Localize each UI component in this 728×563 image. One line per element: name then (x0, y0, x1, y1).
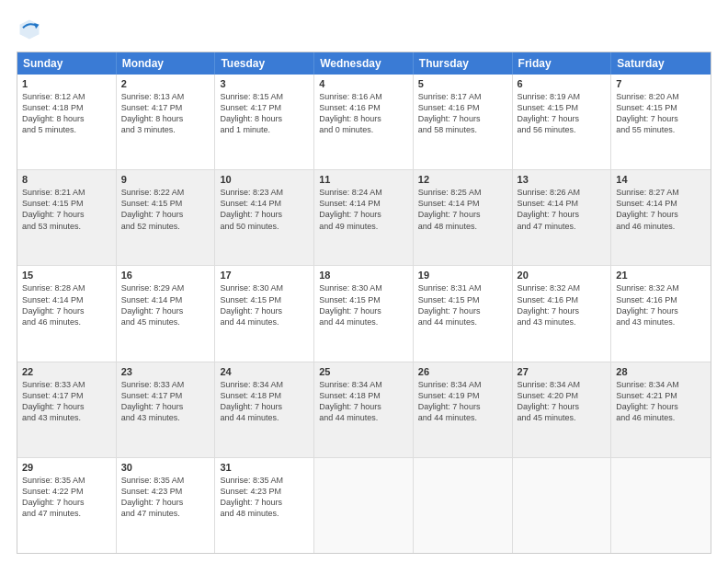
header-day-sunday: Sunday (17, 52, 117, 75)
calendar-row-3: 15Sunrise: 8:28 AM Sunset: 4:14 PM Dayli… (17, 265, 711, 361)
empty-cell-4-6 (611, 458, 711, 553)
day-cell-21: 21Sunrise: 8:32 AM Sunset: 4:16 PM Dayli… (611, 266, 711, 361)
day-number: 31 (220, 462, 309, 473)
day-info: Sunrise: 8:13 AM Sunset: 4:17 PM Dayligh… (121, 91, 210, 136)
day-cell-7: 7Sunrise: 8:20 AM Sunset: 4:15 PM Daylig… (611, 75, 711, 169)
day-info: Sunrise: 8:19 AM Sunset: 4:15 PM Dayligh… (518, 91, 607, 136)
day-info: Sunrise: 8:17 AM Sunset: 4:16 PM Dayligh… (418, 91, 507, 136)
day-number: 20 (518, 270, 607, 281)
header-day-friday: Friday (513, 52, 612, 75)
day-cell-13: 13Sunrise: 8:26 AM Sunset: 4:14 PM Dayli… (513, 170, 612, 265)
day-number: 10 (220, 174, 309, 185)
day-info: Sunrise: 8:34 AM Sunset: 4:20 PM Dayligh… (518, 379, 607, 424)
day-info: Sunrise: 8:29 AM Sunset: 4:14 PM Dayligh… (121, 282, 210, 327)
day-number: 27 (518, 366, 607, 377)
day-number: 8 (22, 174, 111, 185)
day-number: 30 (121, 462, 210, 473)
day-info: Sunrise: 8:34 AM Sunset: 4:18 PM Dayligh… (220, 379, 309, 424)
day-number: 9 (121, 174, 210, 185)
day-cell-1: 1Sunrise: 8:12 AM Sunset: 4:18 PM Daylig… (17, 75, 117, 169)
day-number: 13 (518, 174, 607, 185)
day-number: 7 (616, 78, 706, 89)
empty-cell-4-4 (414, 458, 513, 553)
calendar-row-5: 29Sunrise: 8:35 AM Sunset: 4:22 PM Dayli… (17, 457, 711, 553)
day-number: 23 (121, 366, 210, 377)
day-cell-14: 14Sunrise: 8:27 AM Sunset: 4:14 PM Dayli… (611, 170, 711, 265)
day-info: Sunrise: 8:35 AM Sunset: 4:23 PM Dayligh… (220, 475, 309, 520)
day-number: 26 (418, 366, 507, 377)
day-cell-11: 11Sunrise: 8:24 AM Sunset: 4:14 PM Dayli… (314, 170, 414, 265)
day-number: 4 (319, 78, 408, 89)
day-info: Sunrise: 8:31 AM Sunset: 4:15 PM Dayligh… (418, 282, 507, 327)
day-info: Sunrise: 8:26 AM Sunset: 4:14 PM Dayligh… (518, 187, 607, 232)
day-cell-9: 9Sunrise: 8:22 AM Sunset: 4:15 PM Daylig… (117, 170, 216, 265)
day-number: 25 (319, 366, 408, 377)
day-number: 17 (220, 270, 309, 281)
day-info: Sunrise: 8:34 AM Sunset: 4:21 PM Dayligh… (616, 379, 706, 424)
day-cell-17: 17Sunrise: 8:30 AM Sunset: 4:15 PM Dayli… (215, 266, 314, 361)
header-day-thursday: Thursday (414, 52, 513, 75)
calendar-row-4: 22Sunrise: 8:33 AM Sunset: 4:17 PM Dayli… (17, 362, 711, 457)
day-cell-8: 8Sunrise: 8:21 AM Sunset: 4:15 PM Daylig… (17, 170, 117, 265)
day-info: Sunrise: 8:12 AM Sunset: 4:18 PM Dayligh… (22, 91, 111, 136)
day-info: Sunrise: 8:16 AM Sunset: 4:16 PM Dayligh… (319, 91, 408, 136)
day-cell-24: 24Sunrise: 8:34 AM Sunset: 4:18 PM Dayli… (215, 362, 314, 457)
day-cell-30: 30Sunrise: 8:35 AM Sunset: 4:23 PM Dayli… (117, 458, 216, 553)
day-info: Sunrise: 8:22 AM Sunset: 4:15 PM Dayligh… (121, 187, 210, 232)
day-info: Sunrise: 8:33 AM Sunset: 4:17 PM Dayligh… (22, 379, 111, 424)
day-number: 1 (22, 78, 111, 89)
day-info: Sunrise: 8:23 AM Sunset: 4:14 PM Dayligh… (220, 187, 309, 232)
day-number: 21 (616, 270, 706, 281)
day-cell-29: 29Sunrise: 8:35 AM Sunset: 4:22 PM Dayli… (17, 458, 117, 553)
page: SundayMondayTuesdayWednesdayThursdayFrid… (0, 0, 728, 563)
day-number: 24 (220, 366, 309, 377)
day-number: 18 (319, 270, 408, 281)
day-cell-25: 25Sunrise: 8:34 AM Sunset: 4:18 PM Dayli… (314, 362, 414, 457)
day-number: 29 (22, 462, 111, 473)
day-number: 28 (616, 366, 706, 377)
header-day-wednesday: Wednesday (314, 52, 414, 75)
day-info: Sunrise: 8:25 AM Sunset: 4:14 PM Dayligh… (418, 187, 507, 232)
day-info: Sunrise: 8:35 AM Sunset: 4:23 PM Dayligh… (121, 475, 210, 520)
day-info: Sunrise: 8:15 AM Sunset: 4:17 PM Dayligh… (220, 91, 309, 136)
day-cell-2: 2Sunrise: 8:13 AM Sunset: 4:17 PM Daylig… (117, 75, 216, 169)
day-cell-27: 27Sunrise: 8:34 AM Sunset: 4:20 PM Dayli… (513, 362, 612, 457)
day-info: Sunrise: 8:34 AM Sunset: 4:19 PM Dayligh… (418, 379, 507, 424)
day-number: 19 (418, 270, 507, 281)
day-info: Sunrise: 8:30 AM Sunset: 4:15 PM Dayligh… (220, 282, 309, 327)
day-number: 6 (518, 78, 607, 89)
calendar-row-1: 1Sunrise: 8:12 AM Sunset: 4:18 PM Daylig… (17, 75, 711, 169)
empty-cell-4-5 (513, 458, 612, 553)
day-cell-28: 28Sunrise: 8:34 AM Sunset: 4:21 PM Dayli… (611, 362, 711, 457)
day-info: Sunrise: 8:27 AM Sunset: 4:14 PM Dayligh… (616, 187, 706, 232)
day-cell-15: 15Sunrise: 8:28 AM Sunset: 4:14 PM Dayli… (17, 266, 117, 361)
day-cell-18: 18Sunrise: 8:30 AM Sunset: 4:15 PM Dayli… (314, 266, 414, 361)
day-cell-5: 5Sunrise: 8:17 AM Sunset: 4:16 PM Daylig… (414, 75, 513, 169)
day-info: Sunrise: 8:34 AM Sunset: 4:18 PM Dayligh… (319, 379, 408, 424)
day-number: 2 (121, 78, 210, 89)
svg-marker-0 (20, 20, 40, 40)
calendar: SundayMondayTuesdayWednesdayThursdayFrid… (17, 52, 711, 554)
header (17, 17, 711, 42)
day-cell-26: 26Sunrise: 8:34 AM Sunset: 4:19 PM Dayli… (414, 362, 513, 457)
day-info: Sunrise: 8:32 AM Sunset: 4:16 PM Dayligh… (616, 282, 706, 327)
day-cell-6: 6Sunrise: 8:19 AM Sunset: 4:15 PM Daylig… (513, 75, 612, 169)
header-day-saturday: Saturday (611, 52, 711, 75)
day-number: 11 (319, 174, 408, 185)
day-info: Sunrise: 8:24 AM Sunset: 4:14 PM Dayligh… (319, 187, 408, 232)
day-cell-10: 10Sunrise: 8:23 AM Sunset: 4:14 PM Dayli… (215, 170, 314, 265)
logo-icon (17, 17, 42, 42)
calendar-row-2: 8Sunrise: 8:21 AM Sunset: 4:15 PM Daylig… (17, 169, 711, 265)
day-cell-31: 31Sunrise: 8:35 AM Sunset: 4:23 PM Dayli… (215, 458, 314, 553)
day-number: 22 (22, 366, 111, 377)
day-number: 3 (220, 78, 309, 89)
calendar-header: SundayMondayTuesdayWednesdayThursdayFrid… (17, 52, 711, 75)
day-info: Sunrise: 8:35 AM Sunset: 4:22 PM Dayligh… (22, 475, 111, 520)
day-info: Sunrise: 8:32 AM Sunset: 4:16 PM Dayligh… (518, 282, 607, 327)
day-info: Sunrise: 8:30 AM Sunset: 4:15 PM Dayligh… (319, 282, 408, 327)
header-day-monday: Monday (117, 52, 216, 75)
day-info: Sunrise: 8:20 AM Sunset: 4:15 PM Dayligh… (616, 91, 706, 136)
calendar-body: 1Sunrise: 8:12 AM Sunset: 4:18 PM Daylig… (17, 75, 711, 553)
day-info: Sunrise: 8:21 AM Sunset: 4:15 PM Dayligh… (22, 187, 111, 232)
day-info: Sunrise: 8:33 AM Sunset: 4:17 PM Dayligh… (121, 379, 210, 424)
